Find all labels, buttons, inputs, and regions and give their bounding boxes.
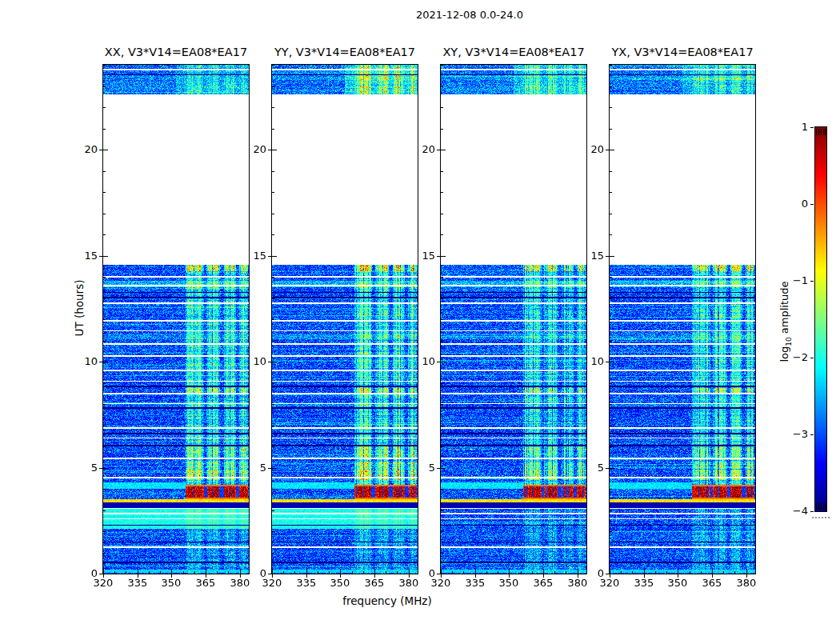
y-tick-mark <box>268 256 271 257</box>
y-tick-label: 5 <box>242 462 266 474</box>
y-tick-mark <box>606 362 609 362</box>
colorbar-gradient <box>815 127 826 511</box>
x-tick-label: 335 <box>120 577 155 589</box>
y-tick-label: 5 <box>580 462 604 474</box>
colorbar-tick-mark <box>810 358 814 358</box>
y-tick-mark <box>268 150 271 150</box>
y-tick-label: 20 <box>74 143 98 155</box>
panel-title-xy: XY, V3*V14=EA08*EA17 <box>442 46 584 58</box>
panel-title-xx: XX, V3*V14=EA08*EA17 <box>105 46 247 58</box>
y-tick-label: 5 <box>74 462 98 474</box>
y-tick-label: 10 <box>74 355 98 367</box>
figure-title: 2021-12-08 0.0-24.0 <box>416 9 523 21</box>
spectrogram-figure: 2021-12-08 0.0-24.0 UT (hours) frequency… <box>0 0 840 640</box>
y-tick-label: 15 <box>411 250 435 262</box>
spectrogram-panel-yx <box>609 64 756 574</box>
y-tick-label: 0 <box>580 567 604 579</box>
spectrogram-canvas-yy <box>272 65 418 574</box>
spectrogram-canvas-xx <box>103 65 249 574</box>
y-tick-mark <box>268 574 271 574</box>
y-tick-label: 20 <box>580 143 604 155</box>
y-tick-mark <box>437 256 440 257</box>
colorbar-tick-mark <box>810 434 814 435</box>
y-tick-label: 20 <box>242 143 266 155</box>
spectrogram-canvas-xy <box>441 65 586 574</box>
x-tick-label: 365 <box>526 577 561 589</box>
spectrogram-panel-xx <box>102 64 250 574</box>
x-tick-label: 380 <box>729 577 764 589</box>
colorbar-label: log10 amplitude <box>778 281 793 362</box>
colorbar-label-suffix: amplitude <box>778 281 790 337</box>
y-tick-mark <box>606 468 609 469</box>
x-tick-label: 350 <box>491 577 526 589</box>
y-tick-mark <box>99 150 102 150</box>
colorbar-tick-label: 1 <box>768 121 808 133</box>
panel-title-yy: YY, V3*V14=EA08*EA17 <box>274 46 415 58</box>
y-tick-mark <box>99 362 102 362</box>
y-tick-mark <box>99 468 102 469</box>
x-tick-label: 350 <box>154 577 189 589</box>
y-tick-mark <box>606 574 609 574</box>
x-tick-label: 335 <box>626 577 662 589</box>
y-tick-mark <box>99 256 102 257</box>
colorbar-label-sub: 10 <box>785 337 793 346</box>
y-tick-label: 20 <box>411 143 435 155</box>
colorbar-tick-mark <box>810 511 814 512</box>
y-tick-label: 0 <box>242 567 266 579</box>
x-tick-label: 350 <box>322 577 358 589</box>
y-tick-label: 0 <box>74 567 98 579</box>
panel-title-yx: YX, V3*V14=EA08*EA17 <box>611 46 753 58</box>
y-tick-label: 10 <box>580 355 604 367</box>
y-tick-label: 15 <box>242 250 266 262</box>
y-tick-label: 5 <box>411 462 435 474</box>
y-tick-mark <box>606 150 609 150</box>
spectrogram-panel-xy <box>440 64 587 574</box>
spectrogram-panel-yy <box>271 64 418 574</box>
y-tick-label: 15 <box>74 250 98 262</box>
colorbar-tick-mark <box>810 204 814 205</box>
y-tick-label: 0 <box>411 567 435 579</box>
y-tick-mark <box>437 468 440 469</box>
y-axis-label: UT (hours) <box>73 280 86 337</box>
colorbar-tick-mark <box>810 127 814 128</box>
x-tick-label: 365 <box>357 577 392 589</box>
colorbar-tick-label: −3 <box>768 428 808 440</box>
y-tick-label: 10 <box>411 355 435 367</box>
y-tick-mark <box>437 150 440 150</box>
y-tick-mark <box>268 362 271 362</box>
y-tick-mark <box>437 362 440 362</box>
y-tick-mark <box>268 468 271 469</box>
x-axis-label: frequency (MHz) <box>342 594 431 607</box>
x-tick-label: 365 <box>694 577 730 589</box>
colorbar-dotted-edge <box>812 517 830 518</box>
x-tick-label: 335 <box>458 577 493 589</box>
y-tick-mark <box>99 574 102 574</box>
spectrogram-canvas-yx <box>610 65 755 574</box>
x-tick-label: 350 <box>660 577 695 589</box>
colorbar-tick-mark <box>810 281 814 282</box>
x-tick-label: 365 <box>188 577 223 589</box>
y-tick-mark <box>606 256 609 257</box>
y-tick-label: 10 <box>242 355 266 367</box>
colorbar-label-prefix: log <box>778 346 790 362</box>
colorbar-tick-label: −4 <box>768 505 808 517</box>
colorbar <box>814 126 827 512</box>
x-tick-label: 335 <box>289 577 324 589</box>
colorbar-tick-label: 0 <box>768 198 808 210</box>
y-tick-label: 15 <box>580 250 604 262</box>
y-tick-mark <box>437 574 440 574</box>
